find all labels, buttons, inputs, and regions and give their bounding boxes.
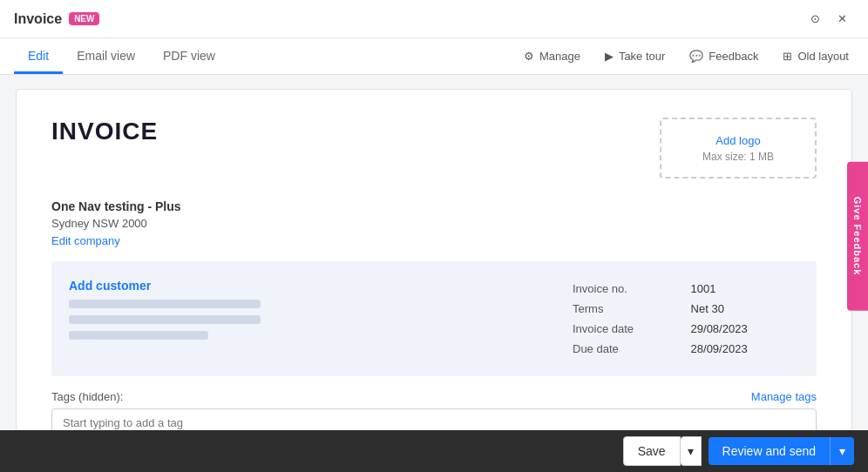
placeholder-line-1 — [69, 300, 261, 308]
feedback-button[interactable]: 💬 Feedback — [684, 46, 763, 66]
save-group: Save ▾ — [623, 436, 702, 466]
invoice-meta-table: Invoice no. 1001 Terms Net 30 Invoice da… — [573, 279, 799, 359]
help-button[interactable]: ⊙ — [804, 7, 827, 30]
invoice-date-value: 29/08/2023 — [684, 319, 799, 339]
tab-actions: ⚙ Manage ▶ Take tour 💬 Feedback ⊞ Old la… — [519, 46, 854, 66]
edit-company-link[interactable]: Edit company — [51, 234, 120, 247]
tags-header: Tags (hidden): Manage tags — [51, 390, 817, 403]
add-logo-button[interactable]: Add logo Max size: 1 MB — [660, 118, 817, 179]
close-button[interactable]: ✕ — [831, 7, 854, 30]
review-dropdown-button[interactable]: ▾ — [830, 437, 854, 465]
add-logo-label: Add logo — [715, 134, 760, 147]
company-name: One Nav testing - Plus — [51, 199, 817, 213]
add-customer-button[interactable]: Add customer — [69, 279, 151, 293]
tags-label: Tags (hidden): — [51, 390, 123, 403]
gear-icon: ⚙ — [524, 50, 534, 63]
save-button[interactable]: Save — [623, 436, 681, 466]
bottom-bar: Save ▾ Review and send ▾ — [0, 430, 868, 472]
invoice-details-section: Add customer Invoice no. 1001 Terms Net … — [51, 261, 817, 376]
take-tour-button[interactable]: ▶ Take tour — [600, 46, 670, 66]
invoice-no-row: Invoice no. 1001 — [573, 279, 799, 299]
page-title: Invoice — [14, 11, 62, 27]
review-chevron-icon: ▾ — [839, 444, 845, 458]
invoice-no-value: 1001 — [684, 279, 799, 299]
save-chevron-icon: ▾ — [688, 444, 694, 458]
top-bar-actions: ⊙ ✕ — [804, 7, 854, 30]
invoice-title: INVOICE — [51, 118, 158, 145]
review-group: Review and send ▾ — [709, 437, 854, 465]
invoice-date-row: Invoice date 29/08/2023 — [573, 319, 799, 339]
due-date-label: Due date — [573, 339, 684, 359]
due-date-row: Due date 28/09/2023 — [573, 339, 799, 359]
invoice-card: INVOICE Add logo Max size: 1 MB One Nav … — [16, 89, 852, 472]
tab-edit[interactable]: Edit — [14, 40, 63, 74]
layout-icon: ⊞ — [783, 50, 792, 63]
company-info: One Nav testing - Plus Sydney NSW 2000 E… — [51, 199, 817, 247]
content-area: INVOICE Add logo Max size: 1 MB One Nav … — [0, 75, 868, 472]
tab-pdf-view[interactable]: PDF view — [149, 40, 229, 74]
company-address: Sydney NSW 2000 — [51, 217, 817, 230]
invoice-date-label: Invoice date — [573, 319, 684, 339]
tab-email-view[interactable]: Email view — [63, 40, 149, 74]
placeholder-line-3 — [69, 331, 208, 340]
tour-icon: ▶ — [605, 50, 614, 63]
customer-placeholder — [69, 300, 261, 340]
new-badge: NEW — [69, 12, 99, 25]
invoice-header-left: INVOICE — [51, 118, 158, 145]
invoice-no-label: Invoice no. — [573, 279, 684, 299]
chat-icon: 💬 — [689, 50, 703, 63]
review-and-send-button[interactable]: Review and send — [709, 437, 830, 465]
save-dropdown-button[interactable]: ▾ — [681, 436, 702, 466]
manage-tags-link[interactable]: Manage tags — [751, 390, 817, 403]
terms-row: Terms Net 30 — [573, 299, 799, 319]
tab-bar: Edit Email view PDF view ⚙ Manage ▶ Take… — [0, 38, 868, 75]
give-feedback-sidebar[interactable]: Give Feedback — [847, 162, 868, 311]
customer-section: Add customer — [69, 279, 261, 340]
invoice-header: INVOICE Add logo Max size: 1 MB — [51, 118, 817, 179]
placeholder-line-2 — [69, 315, 261, 324]
old-layout-button[interactable]: ⊞ Old layout — [777, 46, 854, 66]
max-size-label: Max size: 1 MB — [702, 151, 774, 163]
close-icon: ✕ — [837, 12, 847, 25]
terms-value: Net 30 — [684, 299, 799, 319]
due-date-value: 28/09/2023 — [684, 339, 799, 359]
terms-label: Terms — [573, 299, 684, 319]
manage-button[interactable]: ⚙ Manage — [519, 46, 586, 66]
help-icon: ⊙ — [810, 12, 820, 25]
top-bar: Invoice NEW ⊙ ✕ — [0, 0, 868, 38]
